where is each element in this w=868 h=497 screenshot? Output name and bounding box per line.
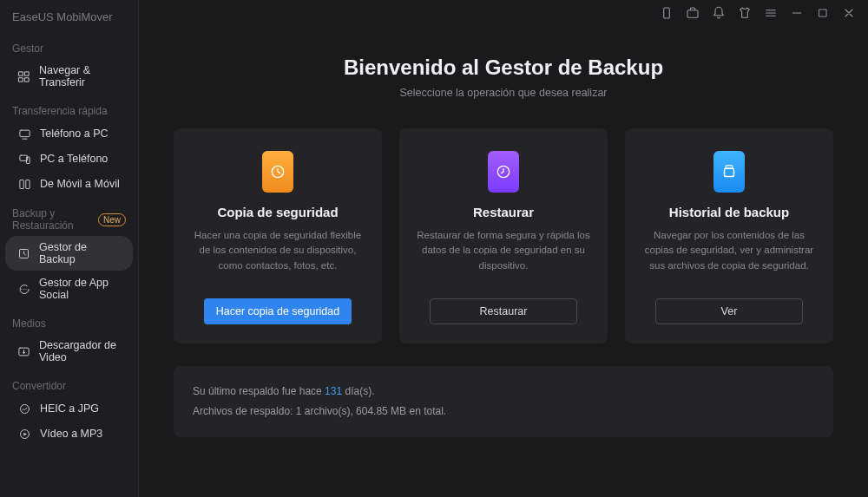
footer-line-1: Su último respaldo fue hace 131 día(s).	[193, 382, 814, 402]
section-header: Medios	[0, 312, 138, 333]
section-header: Transferencia rápida	[0, 100, 138, 121]
device-icon[interactable]	[660, 6, 674, 20]
svg-rect-1	[25, 71, 29, 75]
heic-jpg-icon	[17, 402, 31, 415]
card-historial-de-backup: Historial de backupNavegar por los conte…	[625, 128, 833, 343]
pc-to-phone-icon	[17, 152, 31, 166]
main-area: Bienvenido al Gestor de Backup Seleccion…	[139, 0, 868, 497]
sidebar-item-label: De Móvil a Móvil	[40, 178, 120, 190]
svg-rect-3	[25, 77, 29, 81]
card-desc: Hacer una copia de seguridad flexible de…	[189, 228, 366, 288]
sidebar-item-label: Vídeo a MP3	[40, 428, 102, 440]
svg-rect-15	[687, 10, 698, 18]
svg-rect-8	[25, 180, 29, 188]
sidebar-item-navegar-transferir[interactable]: Navegar & Transferir	[5, 59, 133, 94]
sidebar-item-label: PC a Teléfono	[40, 153, 108, 165]
sidebar-item-label: HEIC a JPG	[40, 402, 99, 415]
card-title: Historial de backup	[669, 205, 789, 219]
svg-rect-20	[726, 166, 732, 169]
svg-rect-7	[19, 180, 23, 188]
phone-to-pc-icon	[17, 127, 31, 141]
minimize-icon[interactable]	[790, 6, 804, 20]
sidebar-item-de-m-vil-a-m-vil[interactable]: De Móvil a Móvil	[5, 172, 133, 196]
sidebar-item-tel-fono-a-pc[interactable]: Teléfono a PC	[5, 121, 133, 146]
sidebar-item-label: Gestor de Backup	[39, 241, 121, 265]
video-mp3-icon	[17, 427, 31, 441]
sidebar-item-v-deo-a-mp3[interactable]: Vídeo a MP3	[5, 422, 133, 446]
sidebar: EaseUS MobiMover GestorNavegar & Transfe…	[0, 0, 139, 497]
app-title: EaseUS MobiMover	[0, 7, 138, 32]
card-title: Copia de seguridad	[217, 205, 338, 219]
content: Bienvenido al Gestor de Backup Seleccion…	[139, 26, 868, 497]
svg-rect-4	[19, 130, 29, 137]
footer-accent-days: 131	[325, 385, 342, 397]
card-button-restaurar[interactable]: Restaurar	[430, 298, 577, 324]
card-copia-de-seguridad: Copia de seguridadHacer una copia de seg…	[174, 128, 382, 343]
window-controls	[139, 0, 868, 26]
chat-icon	[17, 282, 30, 296]
sidebar-item-label: Teléfono a PC	[40, 128, 108, 140]
history-icon	[713, 151, 745, 193]
sidebar-item-gestor-de-app-social[interactable]: Gestor de App Social	[5, 271, 133, 306]
card-button-ver[interactable]: Ver	[655, 298, 803, 324]
menu-icon[interactable]	[764, 6, 778, 20]
svg-rect-14	[664, 8, 670, 18]
backup-icon	[262, 151, 293, 193]
phone-to-phone-icon	[17, 177, 31, 191]
sidebar-item-label: Descargador de Video	[39, 339, 121, 363]
restore-icon	[488, 151, 519, 193]
grid-icon	[17, 69, 30, 83]
svg-marker-13	[23, 432, 27, 435]
page-subtitle: Seleccione la operación que desea realiz…	[174, 87, 833, 99]
page-title: Bienvenido al Gestor de Backup	[174, 56, 833, 80]
section-header: Backup y RestauraciónNew	[0, 202, 138, 235]
section-header: Gestor	[0, 37, 138, 58]
svg-rect-16	[819, 10, 826, 16]
card-desc: Navegar por los contenidos de las copias…	[641, 228, 818, 288]
footer-panel: Su último respaldo fue hace 131 día(s). …	[174, 366, 833, 437]
footer-line-2: Archivos de respaldo: 1 archivo(s), 604.…	[193, 402, 814, 422]
video-download-icon	[17, 344, 30, 358]
toolbox-icon[interactable]	[686, 6, 700, 20]
sidebar-item-pc-a-tel-fono[interactable]: PC a Teléfono	[5, 147, 133, 171]
close-icon[interactable]	[842, 6, 856, 20]
sidebar-item-label: Navegar & Transferir	[39, 64, 121, 88]
bell-icon[interactable]	[712, 6, 726, 20]
maximize-icon[interactable]	[816, 6, 830, 20]
sidebar-item-descargador-de-video[interactable]: Descargador de Video	[5, 334, 133, 369]
sidebar-item-label: Gestor de App Social	[39, 277, 121, 301]
cards-row: Copia de seguridadHacer una copia de seg…	[174, 128, 833, 343]
section-header: Convertidor	[0, 375, 138, 396]
tshirt-icon[interactable]	[738, 6, 752, 20]
svg-rect-2	[19, 77, 23, 81]
card-title: Restaurar	[473, 205, 534, 219]
new-badge: New	[98, 213, 126, 226]
svg-rect-19	[725, 168, 734, 176]
backup-manager-icon	[17, 246, 30, 260]
card-button-hacer-copia-de-seguridad[interactable]: Hacer copia de seguridad	[204, 298, 352, 324]
card-restaurar: RestaurarRestaurar de forma segura y ráp…	[399, 128, 608, 343]
card-desc: Restaurar de forma segura y rápida los d…	[415, 228, 592, 288]
sidebar-item-heic-a-jpg[interactable]: HEIC a JPG	[5, 396, 133, 421]
sidebar-item-gestor-de-backup[interactable]: Gestor de Backup	[5, 236, 133, 271]
svg-rect-0	[19, 71, 23, 75]
svg-point-11	[20, 404, 29, 413]
